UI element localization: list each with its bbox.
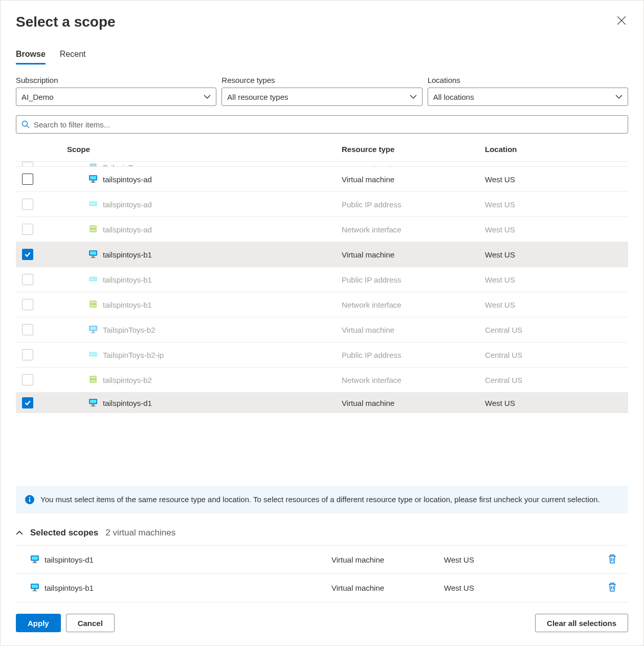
table-row[interactable]: tailspintoys-b1Virtual machineWest US — [16, 242, 628, 267]
selected-row: tailspintoys-b1Virtual machineWest US — [16, 574, 628, 602]
svg-point-24 — [94, 278, 95, 279]
table-row: tailspintoys-adNetwork interfaceWest US — [16, 217, 628, 242]
row-checkbox[interactable] — [22, 174, 33, 185]
resource-type: Network interface — [342, 225, 485, 234]
app-icon — [88, 162, 98, 167]
dialog-title: Select a scope — [16, 14, 116, 30]
selected-header[interactable]: Selected scopes 2 virtual machines — [16, 528, 628, 538]
resource-location: Central US — [485, 351, 628, 359]
close-button[interactable] — [615, 14, 628, 29]
subscription-dropdown[interactable]: AI_Demo — [16, 88, 216, 106]
table-row: tailspintoys-b1Network interfaceWest US — [16, 292, 628, 317]
resource-name: tailspintoys-d1 — [103, 399, 152, 407]
row-checkbox[interactable] — [22, 397, 33, 408]
chevron-down-icon — [615, 93, 623, 100]
svg-rect-52 — [29, 499, 30, 502]
nic-icon — [88, 224, 98, 235]
row-checkbox — [22, 162, 33, 167]
scope-cell: tailspintoys-ad — [67, 174, 342, 185]
svg-rect-41 — [91, 377, 92, 378]
svg-rect-42 — [93, 377, 94, 378]
selected-type: Virtual machine — [331, 584, 444, 592]
locations-dropdown[interactable]: All locations — [428, 88, 628, 106]
resource-name: TailspinToys-b2-ip — [103, 351, 164, 359]
resource-type: Public IP address — [342, 275, 485, 284]
tab-recent[interactable]: Recent — [60, 50, 86, 64]
selected-name: tailspintoys-d1 — [16, 554, 331, 565]
svg-rect-35 — [91, 332, 96, 333]
svg-rect-45 — [93, 380, 94, 381]
delete-button[interactable] — [608, 554, 628, 566]
svg-rect-3 — [90, 176, 96, 179]
info-text: You must select items of the same resour… — [40, 494, 600, 506]
svg-point-37 — [90, 353, 91, 354]
scope-cell: TailspinToys-b2 — [67, 325, 342, 335]
resource-location: West US — [485, 399, 628, 407]
svg-rect-49 — [92, 404, 95, 405]
resourcetypes-label: Resource types — [221, 76, 422, 84]
tab-browse[interactable]: Browse — [16, 50, 46, 64]
svg-point-0 — [23, 121, 28, 126]
row-checkbox[interactable] — [22, 249, 33, 260]
svg-rect-29 — [91, 305, 92, 306]
selected-count: 2 virtual machines — [105, 528, 175, 538]
svg-rect-14 — [91, 230, 92, 231]
scope-header: Scope — [67, 145, 342, 154]
nic-icon — [88, 375, 98, 385]
svg-rect-20 — [91, 257, 96, 257]
svg-rect-15 — [93, 230, 94, 231]
close-icon — [617, 16, 626, 25]
svg-rect-43 — [94, 377, 95, 378]
scope-cell: tailspintoys-b1 — [67, 299, 342, 310]
cancel-button[interactable]: Cancel — [66, 614, 115, 632]
resourcetypes-dropdown[interactable]: All resource types — [221, 88, 422, 106]
vm-icon — [88, 325, 98, 335]
table-row[interactable]: tailspintoys-adVirtual machineWest US — [16, 167, 628, 192]
table-row[interactable]: tailspintoys-d1Virtual machineWest US — [16, 393, 628, 413]
trash-icon — [608, 582, 617, 592]
scope-cell: tailspintoys-b1 — [67, 249, 342, 260]
svg-rect-50 — [91, 405, 96, 406]
search-box[interactable] — [16, 115, 628, 134]
svg-rect-27 — [93, 302, 94, 303]
svg-point-7 — [90, 203, 91, 204]
svg-point-9 — [94, 203, 95, 204]
svg-point-39 — [94, 353, 95, 354]
svg-rect-55 — [32, 556, 38, 559]
svg-rect-4 — [92, 180, 95, 182]
resource-type: Virtual machine — [342, 399, 485, 407]
row-checkbox — [22, 199, 33, 210]
selected-name: tailspintoys-b1 — [16, 583, 331, 593]
subscription-filter: Subscription AI_Demo — [16, 76, 216, 106]
chevron-down-icon — [410, 93, 417, 100]
apply-button[interactable]: Apply — [16, 614, 61, 632]
ip-icon — [88, 350, 98, 360]
filters-row: Subscription AI_Demo Resource types All … — [16, 76, 628, 106]
svg-rect-28 — [94, 302, 95, 303]
svg-rect-10 — [90, 225, 97, 232]
vm-icon — [30, 583, 39, 593]
scope-cell: tailspintoys-ad — [67, 224, 342, 235]
row-checkbox — [22, 274, 33, 285]
scope-cell: TailspinToys-b2-ip — [67, 350, 342, 360]
subscription-value: AI_Demo — [21, 93, 54, 101]
selected-title: Selected scopes — [30, 528, 98, 538]
svg-point-38 — [92, 353, 93, 354]
svg-rect-1 — [90, 163, 97, 167]
dialog-header: Select a scope — [16, 14, 628, 30]
resource-type: Network interface — [342, 376, 485, 384]
resource-location: West US — [485, 250, 628, 259]
search-input[interactable] — [34, 120, 623, 129]
resource-name: tailspintoys-b1 — [103, 275, 152, 284]
table-row: TailspinToysApp Service planWest US — [16, 162, 628, 167]
scope-cell: tailspintoys-d1 — [67, 398, 342, 408]
vm-icon — [88, 398, 98, 408]
table-row: tailspintoys-adPublic IP addressWest US — [16, 192, 628, 217]
table-body[interactable]: TailspinToysApp Service planWest UStails… — [16, 162, 628, 476]
delete-button[interactable] — [608, 582, 628, 594]
resourcetype-header: Resource type — [342, 145, 485, 154]
resource-type: Virtual machine — [342, 326, 485, 334]
clear-selections-button[interactable]: Clear all selections — [535, 614, 628, 632]
svg-rect-18 — [90, 251, 96, 254]
scope-cell: tailspintoys-b1 — [67, 274, 342, 285]
